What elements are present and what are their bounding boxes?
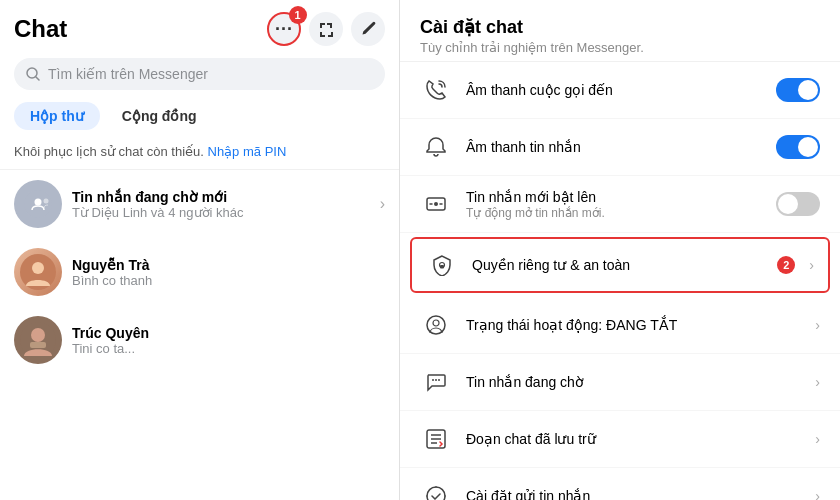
toggle-am-thanh-tin-nhan[interactable] [776,135,820,159]
right-panel: Cài đặt chat Tùy chỉnh trải nghiệm trên … [400,0,840,500]
settings-label: Âm thanh cuộc gọi đến [466,82,762,98]
svg-rect-13 [440,265,444,269]
settings-label: Tin nhắn mới bật lên [466,189,762,205]
settings-title: Cài đặt chat [420,16,820,38]
settings-item-cai-dat-gui[interactable]: Cài đặt gửi tin nhắn › [400,468,840,500]
avatar-group [14,180,62,228]
settings-sublabel: Tự động mở tin nhắn mới. [466,206,762,220]
settings-text-trang-thai: Trạng thái hoạt động: ĐANG TẮT [466,317,801,333]
chevron-right-icon: › [809,257,814,273]
toggle-knob [778,194,798,214]
search-icon [26,67,40,81]
popup-icon [420,188,452,220]
search-placeholder: Tìm kiếm trên Messenger [48,66,208,82]
restore-bar: Khôi phục lịch sử chat còn thiếu. Nhập m… [0,138,399,170]
chevron-right-icon: › [380,195,385,213]
compose-button[interactable] [351,12,385,46]
chevron-right-icon: › [815,317,820,333]
svg-line-1 [36,77,39,80]
svg-point-16 [432,379,434,381]
svg-point-6 [32,262,44,274]
settings-label: Đoạn chat đã lưu trữ [466,431,801,447]
svg-point-15 [433,320,439,326]
tab-hop-thu[interactable]: Hộp thư [14,102,100,130]
svg-point-8 [31,328,45,342]
toggle-am-thanh-cuoc-goi[interactable] [776,78,820,102]
settings-subtitle: Tùy chỉnh trải nghiệm trên Messenger. [420,40,820,55]
chat-name: Trúc Quyên [72,325,385,341]
settings-label: Âm thanh tin nhắn [466,139,762,155]
svg-rect-9 [30,342,46,348]
toggle-knob [798,80,818,100]
chat-info-nguyen-tra: Nguyễn Trà Bình co thanh [72,257,385,288]
chat-preview: Bình co thanh [72,273,385,288]
avatar-truc-quyen [14,316,62,364]
settings-text-am-thanh-tin-nhan: Âm thanh tin nhắn [466,139,762,155]
privacy-icon [426,249,458,281]
settings-text-quyen-rieng-tu: Quyền riêng tư & an toàn [472,257,763,273]
privacy-badge: 2 [777,256,795,274]
settings-label: Trạng thái hoạt động: ĐANG TẮT [466,317,801,333]
settings-label: Tin nhắn đang chờ [466,374,801,390]
restore-text: Khôi phục lịch sử chat còn thiếu. [14,144,204,159]
chat-item-truc-quyen[interactable]: Trúc Quyên Tini co ta... [0,306,399,374]
toggle-knob [798,137,818,157]
chevron-right-icon: › [815,488,820,500]
phone-icon [420,74,452,106]
svg-point-17 [435,379,437,381]
chat-item-nguyen-tra[interactable]: Nguyễn Trà Bình co thanh [0,238,399,306]
settings-list: Âm thanh cuộc gọi đến Âm thanh tin nhắn [400,62,840,500]
compose-icon [360,21,376,37]
settings-item-tin-nhan-cho-right[interactable]: Tin nhắn đang chờ › [400,354,840,411]
tabs-row: Hộp thư Cộng đồng [0,98,399,138]
settings-header: Cài đặt chat Tùy chỉnh trải nghiệm trên … [400,0,840,62]
settings-item-tin-nhan-bat-len[interactable]: Tin nhắn mới bật lên Tự động mở tin nhắn… [400,176,840,233]
settings-item-am-thanh-tin-nhan[interactable]: Âm thanh tin nhắn [400,119,840,176]
archived-icon [420,423,452,455]
more-options-badge: 1 [289,6,307,24]
chevron-right-icon: › [815,431,820,447]
svg-point-18 [438,379,440,381]
chat-name: Tin nhắn đang chờ mới [72,189,370,205]
expand-button[interactable] [309,12,343,46]
bell-icon [420,131,452,163]
settings-label: Cài đặt gửi tin nhắn [466,488,801,500]
tab-cong-dong[interactable]: Cộng đồng [106,102,213,130]
settings-item-trang-thai[interactable]: Trạng thái hoạt động: ĐANG TẮT › [400,297,840,354]
chat-preview: Từ Diệu Linh và 4 người khác [72,205,370,220]
chevron-right-icon: › [815,374,820,390]
chat-item-tin-nhan-cho[interactable]: Tin nhắn đang chờ mới Từ Diệu Linh và 4 … [0,170,399,238]
restore-link[interactable]: Nhập mã PIN [208,144,287,159]
settings-text-cai-dat-gui: Cài đặt gửi tin nhắn [466,488,801,500]
expand-icon [318,21,334,37]
avatar-nguyen-tra [14,248,62,296]
status-icon [420,309,452,341]
svg-point-11 [434,202,438,206]
settings-text-doan-chat: Đoạn chat đã lưu trữ [466,431,801,447]
pending-msg-icon [420,366,452,398]
settings-item-quyen-rieng-tu[interactable]: Quyền riêng tư & an toàn 2 › [410,237,830,293]
search-bar[interactable]: Tìm kiếm trên Messenger [14,58,385,90]
settings-item-doan-chat[interactable]: Đoạn chat đã lưu trữ › [400,411,840,468]
svg-point-3 [35,199,42,206]
svg-point-4 [44,199,49,204]
left-panel: Chat ··· 1 Tìm kiếm trên Messenger [0,0,400,500]
chat-name: Nguyễn Trà [72,257,385,273]
page-title: Chat [14,15,259,43]
toggle-tin-nhan-bat-len[interactable] [776,192,820,216]
settings-text-am-thanh-cuoc-goi: Âm thanh cuộc gọi đến [466,82,762,98]
settings-label: Quyền riêng tư & an toàn [472,257,763,273]
send-settings-icon [420,480,452,500]
chat-preview: Tini co ta... [72,341,385,356]
settings-text-tin-nhan-cho: Tin nhắn đang chờ [466,374,801,390]
header-icons: ··· 1 [267,12,385,46]
chat-info-tin-nhan-cho: Tin nhắn đang chờ mới Từ Diệu Linh và 4 … [72,189,370,220]
settings-item-am-thanh-cuoc-goi[interactable]: Âm thanh cuộc gọi đến [400,62,840,119]
left-header: Chat ··· 1 [0,0,399,54]
chat-list: Tin nhắn đang chờ mới Từ Diệu Linh và 4 … [0,170,399,500]
settings-text-tin-nhan-bat-len: Tin nhắn mới bật lên Tự động mở tin nhắn… [466,189,762,220]
more-options-button[interactable]: ··· 1 [267,12,301,46]
chat-info-truc-quyen: Trúc Quyên Tini co ta... [72,325,385,356]
